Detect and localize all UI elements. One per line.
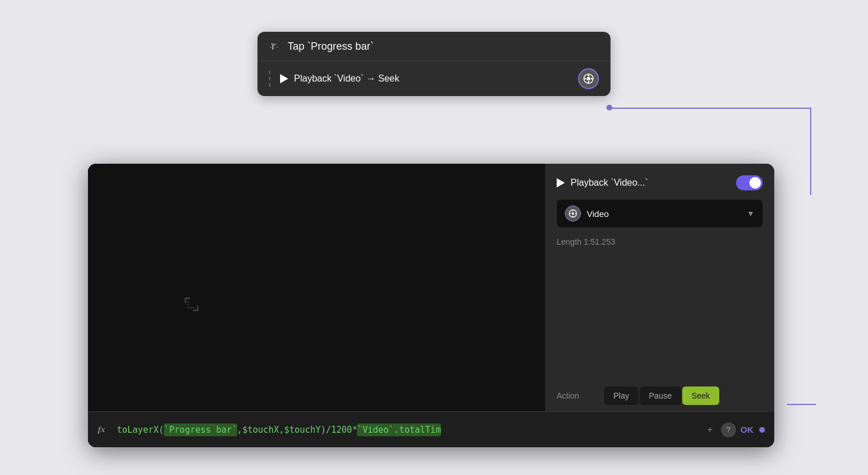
svg-point-5 bbox=[588, 75, 590, 76]
playback-title-text: Playback `Video...` bbox=[571, 178, 648, 188]
seek-button[interactable]: Seek bbox=[682, 386, 719, 405]
video-dropdown-value: Video bbox=[587, 209, 609, 219]
svg-point-8 bbox=[591, 78, 593, 80]
action-buttons: Play Pause Seek bbox=[604, 386, 719, 405]
help-button[interactable]: ? bbox=[721, 422, 736, 437]
svg-point-15 bbox=[572, 210, 573, 211]
crop-icon bbox=[183, 296, 200, 315]
formula-middle: ,$touchX,$touchY)/1200* bbox=[237, 425, 358, 435]
top-card-title: Tap `Progress bar` bbox=[288, 40, 374, 53]
ok-button[interactable]: OK bbox=[741, 425, 754, 435]
svg-point-7 bbox=[584, 78, 586, 80]
toggle-switch[interactable] bbox=[736, 175, 763, 190]
formula-highlight-video: `Video`.totalTim bbox=[357, 424, 441, 436]
svg-rect-12 bbox=[197, 305, 198, 311]
dashed-line bbox=[269, 71, 271, 87]
playback-title: Playback `Video...` bbox=[557, 178, 648, 188]
svg-rect-10 bbox=[185, 297, 186, 303]
formula-actions: + ? OK bbox=[704, 422, 765, 437]
play-icon bbox=[280, 74, 288, 83]
help-icon: ? bbox=[726, 425, 730, 434]
sub-text: Playback `Video` → Seek bbox=[294, 73, 399, 84]
length-label: Length 1:51.253 bbox=[557, 237, 615, 246]
ok-connector-dot bbox=[759, 427, 765, 433]
formula-plus: + bbox=[707, 425, 712, 435]
play-icon-small bbox=[557, 178, 565, 187]
main-panel: Playback `Video...` Video bbox=[88, 164, 774, 447]
formula-plain-start: toLayerX( bbox=[117, 425, 164, 435]
pause-button[interactable]: Pause bbox=[639, 386, 681, 405]
dropdown-left: Video bbox=[565, 205, 609, 222]
length-row: Length 1:51.253 bbox=[557, 237, 763, 247]
svg-point-4 bbox=[587, 77, 590, 80]
fx-icon: fx bbox=[97, 422, 111, 437]
action-label: Action bbox=[557, 391, 597, 400]
card-header: Tap `Progress bar` bbox=[258, 32, 610, 61]
action-row: Action Play Pause Seek bbox=[557, 386, 763, 405]
chevron-down-icon: ▼ bbox=[746, 209, 755, 218]
svg-point-16 bbox=[572, 216, 573, 217]
video-film-icon bbox=[565, 205, 581, 222]
play-button[interactable]: Play bbox=[604, 386, 638, 405]
tap-icon bbox=[269, 40, 282, 53]
preview-area bbox=[88, 164, 545, 447]
svg-point-6 bbox=[588, 81, 590, 83]
svg-point-18 bbox=[575, 213, 576, 214]
svg-text:fx: fx bbox=[98, 425, 105, 434]
formula-bar: fx toLayerX(`Progress bar`,$touchX,$touc… bbox=[88, 411, 774, 447]
formula-highlight-progress: `Progress bar` bbox=[164, 424, 237, 436]
svg-point-17 bbox=[569, 213, 571, 214]
settings-header: Playback `Video...` bbox=[557, 175, 763, 190]
card-sub-row: Playback `Video` → Seek bbox=[258, 61, 610, 96]
svg-point-14 bbox=[572, 212, 574, 215]
sub-left-content: Playback `Video` → Seek bbox=[269, 71, 399, 87]
formula-content: toLayerX(`Progress bar`,$touchX,$touchY)… bbox=[117, 424, 698, 436]
top-action-card: Tap `Progress bar` Playback `Video` → Se… bbox=[258, 32, 610, 96]
video-dropdown[interactable]: Video ▼ bbox=[557, 200, 763, 227]
spacer bbox=[557, 256, 763, 377]
film-icon-circle bbox=[578, 68, 599, 89]
settings-panel: Playback `Video...` Video bbox=[545, 164, 774, 447]
